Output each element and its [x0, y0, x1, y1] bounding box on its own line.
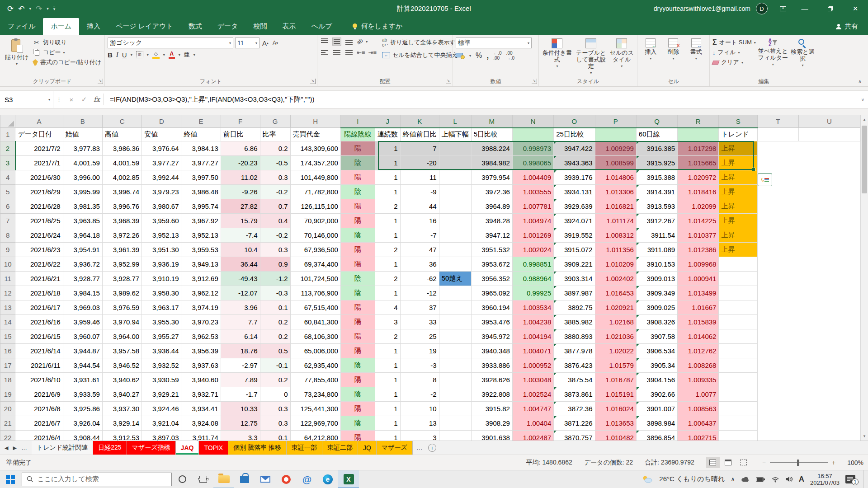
- tab-数式[interactable]: 数式: [181, 18, 210, 35]
- cell-F21[interactable]: 12.75: [221, 416, 260, 431]
- battery-icon[interactable]: [756, 477, 765, 482]
- store-button[interactable]: [234, 470, 255, 488]
- cell-C3[interactable]: 4,001.59: [102, 156, 142, 170]
- cell-H9[interactable]: 67,936,500: [290, 243, 340, 257]
- account-email[interactable]: dryyourtearswithlove1@gmail.com: [654, 5, 750, 12]
- cell-C13[interactable]: 3,976.59: [102, 300, 142, 315]
- col-header-K[interactable]: K: [400, 115, 439, 128]
- cell-P6[interactable]: 1.016821: [595, 199, 636, 214]
- cell-N13[interactable]: 1.003534: [512, 300, 553, 315]
- cell-G12[interactable]: -0.3: [260, 286, 290, 300]
- col-header-T[interactable]: T: [757, 115, 798, 128]
- cell-D2[interactable]: 3,976.64: [142, 141, 181, 156]
- cell-P3[interactable]: 1.008599: [595, 156, 636, 170]
- cell-E2[interactable]: 3,984.13: [181, 141, 221, 156]
- cell-F5[interactable]: -9.26: [221, 185, 260, 199]
- col-header-N[interactable]: N: [512, 115, 553, 128]
- cell-S14[interactable]: [719, 315, 757, 329]
- cell-A18[interactable]: 2021/6/10: [15, 373, 63, 387]
- sheet-tab-トレンド統計関連[interactable]: トレンド統計関連: [32, 441, 93, 455]
- cell-L1[interactable]: 上幅下幅: [439, 128, 471, 141]
- cell-L9[interactable]: [439, 243, 471, 257]
- cell-N4[interactable]: 1.004409: [512, 170, 553, 185]
- cell-P16[interactable]: 1.02022: [595, 344, 636, 358]
- cell-Q22[interactable]: 3896.854: [636, 431, 677, 441]
- cell-Q3[interactable]: 3915.925: [636, 156, 677, 170]
- cell-I6[interactable]: 陽: [340, 199, 375, 214]
- row-header-21[interactable]: 21: [0, 416, 15, 431]
- cell-I5[interactable]: 陰: [340, 185, 375, 199]
- cell-K7[interactable]: 16: [400, 214, 439, 228]
- cell-B6[interactable]: 3,981.35: [63, 199, 102, 214]
- cell-S17[interactable]: [719, 358, 757, 373]
- cell-R8[interactable]: 1.010377: [678, 228, 719, 243]
- cell-S16[interactable]: [719, 344, 757, 358]
- cell-L17[interactable]: [439, 358, 471, 373]
- cell-F9[interactable]: 10.4: [221, 243, 260, 257]
- cell-G4[interactable]: 0.3: [260, 170, 290, 185]
- col-header-J[interactable]: J: [375, 115, 400, 128]
- cell-I9[interactable]: 陽: [340, 243, 375, 257]
- cell-K20[interactable]: 10: [400, 402, 439, 416]
- cell-L16[interactable]: [439, 344, 471, 358]
- cell-Q10[interactable]: 3910.153: [636, 257, 677, 272]
- italic-button[interactable]: I: [116, 51, 118, 59]
- weather-text[interactable]: 26°C くもりのち晴れ: [659, 475, 725, 483]
- zoom-level[interactable]: 100%: [847, 459, 863, 466]
- cell-P12[interactable]: 1.016453: [595, 286, 636, 300]
- col-header-O[interactable]: O: [554, 115, 595, 128]
- cell-K16[interactable]: 19: [400, 344, 439, 358]
- cell-F11[interactable]: -49.43: [221, 272, 260, 286]
- vertical-scrollbar[interactable]: ▴ ▾: [860, 115, 868, 441]
- ime-indicator[interactable]: A: [799, 475, 804, 484]
- tab-ホーム[interactable]: ホーム: [43, 18, 79, 35]
- tab-表示[interactable]: 表示: [274, 18, 303, 35]
- cell-N1[interactable]: [512, 128, 553, 141]
- cell-Q9[interactable]: 3911.089: [636, 243, 677, 257]
- cell-D13[interactable]: 3,963.17: [142, 300, 181, 315]
- underline-button[interactable]: U: [122, 51, 127, 59]
- cell-C14[interactable]: 3,970.94: [102, 315, 142, 329]
- cell-E10[interactable]: 3,949.13: [181, 257, 221, 272]
- cell-B4[interactable]: 3,996.00: [63, 170, 102, 185]
- cell-F19[interactable]: -1.7: [221, 387, 260, 402]
- cell-A3[interactable]: 2021/7/1: [15, 156, 63, 170]
- cell-O17[interactable]: 3876.423: [554, 358, 595, 373]
- cell-C4[interactable]: 4,002.85: [102, 170, 142, 185]
- collapse-ribbon-icon[interactable]: ∧: [858, 79, 862, 84]
- cell-C20[interactable]: 3,937.30: [102, 402, 142, 416]
- cell-E12[interactable]: 3,962.12: [181, 286, 221, 300]
- cell-S3[interactable]: 上昇: [719, 156, 757, 170]
- cell-M4[interactable]: 3979.954: [471, 170, 512, 185]
- cell-C15[interactable]: 3,964.00: [102, 329, 142, 344]
- number-dialog-launcher-icon[interactable]: ↘: [532, 79, 537, 84]
- cell-C22[interactable]: 3,912.53: [102, 431, 142, 441]
- col-header-B[interactable]: B: [63, 115, 102, 128]
- cell-L3[interactable]: [439, 156, 471, 170]
- cell-S4[interactable]: 上昇: [719, 170, 757, 185]
- cell-R21[interactable]: 1.006437: [678, 416, 719, 431]
- cell-Q6[interactable]: 3913.593: [636, 199, 677, 214]
- cell-G5[interactable]: -0.2: [260, 185, 290, 199]
- row-header-16[interactable]: 16: [0, 344, 15, 358]
- cell-E8[interactable]: 3,952.13: [181, 228, 221, 243]
- cell-L15[interactable]: [439, 329, 471, 344]
- cell-A19[interactable]: 2021/6/9: [15, 387, 63, 402]
- cell-S11[interactable]: [719, 272, 757, 286]
- cell-J19[interactable]: 1: [375, 387, 400, 402]
- cell-K4[interactable]: 11: [400, 170, 439, 185]
- cell-D18[interactable]: 3,930.59: [142, 373, 181, 387]
- save-icon[interactable]: ⟳: [7, 4, 14, 14]
- cell-Q1[interactable]: 60日線: [636, 128, 677, 141]
- cell-H15[interactable]: 68,106,300: [290, 329, 340, 344]
- expand-formula-bar-icon[interactable]: ∨: [861, 97, 864, 102]
- font-name-combo[interactable]: 游ゴシック▾: [108, 38, 233, 48]
- row-header-12[interactable]: 12: [0, 286, 15, 300]
- cell-M21[interactable]: 3908.29: [471, 416, 512, 431]
- cell-D9[interactable]: 3,951.30: [142, 243, 181, 257]
- format-as-table-button[interactable]: テーブルとして書式設定▾: [575, 38, 608, 78]
- cell-S12[interactable]: [719, 286, 757, 300]
- cell-H3[interactable]: 174,357,200: [290, 156, 340, 170]
- cell-I16[interactable]: 陽: [340, 344, 375, 358]
- cell-O11[interactable]: 3903.314: [554, 272, 595, 286]
